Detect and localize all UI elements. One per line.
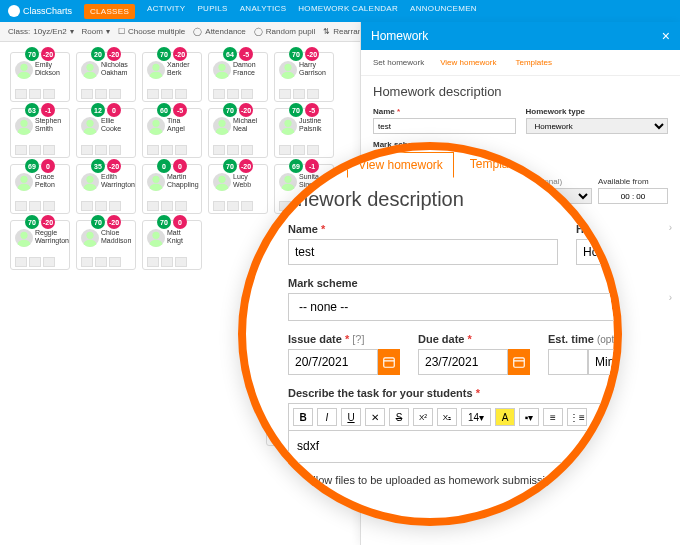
pupil-card[interactable]: 64-5DamonFrance: [208, 52, 268, 102]
pupil-name: HarryGarrison: [299, 61, 331, 77]
calendar-icon[interactable]: [378, 349, 400, 375]
calendar-icon[interactable]: [508, 349, 530, 375]
avatar: [147, 229, 165, 247]
underline-button[interactable]: U: [341, 408, 361, 426]
available-input[interactable]: [598, 188, 668, 204]
pupil-card[interactable]: 20-20NicholasOakham: [76, 52, 136, 102]
avatar: [147, 61, 165, 79]
tab-templates[interactable]: Templates: [509, 54, 557, 71]
zoom-est-unit[interactable]: [588, 349, 622, 375]
color-button[interactable]: ▪▾: [519, 408, 539, 426]
editor-toolbar: B I U ✕ S X² X₂ 14▾ A ▪▾ ≡ ⋮≡: [288, 403, 622, 431]
pupil-card[interactable]: 690GracePelton: [10, 164, 70, 214]
clear-button[interactable]: ✕: [365, 408, 385, 426]
highlight-button[interactable]: A: [495, 408, 515, 426]
pupil-card[interactable]: 70-5JustinePalsnik: [274, 108, 334, 158]
avatar: [15, 229, 33, 247]
avatar: [213, 117, 231, 135]
ul-button[interactable]: ≡: [543, 408, 563, 426]
avatar: [15, 117, 33, 135]
svg-point-3: [84, 72, 97, 79]
svg-point-21: [18, 184, 31, 191]
zoom-highlight: homework View homework Templates Homewor…: [238, 142, 622, 526]
pupil-name: LucyWebb: [233, 173, 265, 189]
close-icon[interactable]: ×: [662, 28, 670, 44]
pupil-card[interactable]: 700MattKnigt: [142, 220, 202, 270]
strike-button[interactable]: S: [389, 408, 409, 426]
avatar: [147, 173, 165, 191]
svg-point-23: [84, 184, 97, 191]
zoom-name-input[interactable]: [288, 239, 558, 265]
sup-button[interactable]: X²: [413, 408, 433, 426]
chevron-right-icon[interactable]: ›: [669, 292, 672, 303]
pupil-card[interactable]: 70-20LucyWebb: [208, 164, 268, 214]
pupil-card[interactable]: 70-20MichaelNeal: [208, 108, 268, 158]
hwtype-select[interactable]: Homework: [526, 118, 669, 134]
nav-pupils[interactable]: PUPILS: [197, 4, 227, 19]
italic-button[interactable]: I: [317, 408, 337, 426]
svg-point-4: [152, 64, 159, 71]
pupil-card[interactable]: 70-20XanderBerk: [142, 52, 202, 102]
nav-analytics[interactable]: ANALYTICS: [240, 4, 287, 19]
ol-button[interactable]: ⋮≡: [567, 408, 587, 426]
pupil-name: MichaelNeal: [233, 117, 265, 133]
zoom-mark-select[interactable]: -- none --: [288, 293, 622, 321]
svg-point-22: [86, 176, 93, 183]
room-selector[interactable]: Room ▾: [82, 27, 110, 36]
tab-view-homework[interactable]: View homework: [434, 54, 502, 71]
svg-point-33: [84, 240, 97, 247]
attendance-button[interactable]: ◯ Attendance: [193, 27, 245, 36]
pupil-card[interactable]: 60-5TinaAngel: [142, 108, 202, 158]
avatar: [279, 173, 297, 191]
svg-point-11: [18, 128, 31, 135]
svg-point-9: [282, 72, 295, 79]
editor-textarea[interactable]: sdxf: [288, 431, 622, 463]
bold-button[interactable]: B: [293, 408, 313, 426]
zoom-due-date[interactable]: [418, 349, 508, 375]
svg-point-5: [150, 72, 163, 79]
avatar: [279, 117, 297, 135]
svg-point-24: [152, 176, 159, 183]
brand[interactable]: ClassCharts: [8, 5, 72, 17]
avatar: [15, 173, 33, 191]
pupil-card[interactable]: 120EllieCooke: [76, 108, 136, 158]
pupil-card[interactable]: 70-20ReggieWarrington: [10, 220, 70, 270]
svg-point-26: [218, 176, 225, 183]
avatar: [213, 61, 231, 79]
pupil-card[interactable]: 70-20ChloeMaddison: [76, 220, 136, 270]
choose-multiple[interactable]: ☐ Choose multiple: [118, 27, 185, 36]
zoom-est-input[interactable]: [548, 349, 588, 375]
pupil-name: EllieCooke: [101, 117, 133, 133]
pupil-card[interactable]: 70-20HarryGarrison: [274, 52, 334, 102]
pupil-card[interactable]: 35-20EdithWarrington: [76, 164, 136, 214]
nav-activity[interactable]: ACTIVITY: [147, 4, 185, 19]
svg-point-2: [86, 64, 93, 71]
pupil-name: StephenSmith: [35, 117, 67, 133]
avatar: [81, 229, 99, 247]
pupil-name: ChloeMaddison: [101, 229, 133, 245]
fontsize-select[interactable]: 14▾: [461, 408, 491, 426]
svg-point-30: [20, 232, 27, 239]
brand-icon: [8, 5, 20, 17]
svg-point-34: [152, 232, 159, 239]
zoom-issue-date[interactable]: [288, 349, 378, 375]
svg-rect-38: [514, 358, 525, 367]
nav-homework-calendar[interactable]: HOMEWORK CALENDAR: [298, 4, 398, 19]
name-input[interactable]: [373, 118, 516, 134]
sub-button[interactable]: X₂: [437, 408, 457, 426]
tab-set-homework[interactable]: Set homework: [367, 54, 430, 71]
svg-point-6: [218, 64, 225, 71]
nav-announcements[interactable]: ANNOUNCEMEN: [410, 4, 477, 19]
pupil-card[interactable]: 00MartinChappling: [142, 164, 202, 214]
class-selector[interactable]: Class: 10yz/En2 ▾: [8, 27, 74, 36]
avatar: [15, 61, 33, 79]
avatar: [147, 117, 165, 135]
chevron-right-icon[interactable]: ›: [669, 222, 672, 233]
random-pupil-button[interactable]: ◯ Random pupil: [254, 27, 315, 36]
pupil-name: MartinChappling: [167, 173, 199, 189]
nav-classes[interactable]: CLASSES: [84, 4, 135, 19]
pupil-name: EdithWarrington: [101, 173, 133, 189]
ztab-view-homework[interactable]: View homework: [347, 152, 453, 178]
pupil-card[interactable]: 70-20EmilyDickson: [10, 52, 70, 102]
pupil-card[interactable]: 63-1StephenSmith: [10, 108, 70, 158]
